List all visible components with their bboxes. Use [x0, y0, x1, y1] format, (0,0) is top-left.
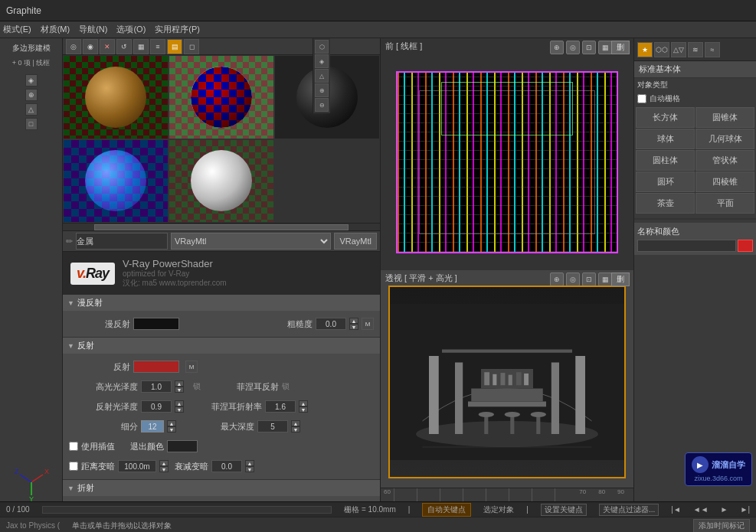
sidebar-icon-1[interactable]: ◈ — [25, 74, 38, 86]
right-tb-1[interactable]: ★ — [637, 42, 653, 57]
mat-name-input[interactable] — [76, 233, 168, 250]
preview-cell-1[interactable] — [63, 55, 169, 139]
menu-mode[interactable]: 模式(E) — [3, 24, 31, 35]
refraction-header[interactable]: ▼ 折射 — [63, 480, 380, 496]
reflect-gloss-spin[interactable]: ▲▼ — [175, 400, 184, 413]
preview-cell-6[interactable] — [274, 139, 380, 224]
diffuse-color[interactable] — [133, 318, 179, 330]
preview-scrollbar[interactable] — [63, 224, 380, 231]
nav-btn-4[interactable]: ▦ — [598, 41, 612, 54]
menu-options[interactable]: 选项(O) — [116, 24, 146, 35]
play-back[interactable]: ◄◄ — [693, 505, 709, 514]
dim-dist-input[interactable] — [118, 460, 156, 472]
nav-btn-bottom-4[interactable]: ▦ — [598, 273, 612, 286]
roughness-input[interactable] — [316, 318, 346, 330]
preview-cell-4[interactable] — [63, 139, 169, 224]
primitive-cone[interactable]: 圆锥体 — [695, 107, 754, 128]
max-depth-input[interactable] — [257, 420, 288, 432]
sidebar-icon-3[interactable]: △ — [25, 103, 38, 116]
auto-grid-check[interactable] — [637, 94, 646, 103]
nav-btn-bottom-1[interactable]: ⊕ — [550, 273, 564, 286]
right-tb-4[interactable]: ≋ — [688, 42, 703, 57]
right-mat-icon-1[interactable]: ⬡ — [315, 40, 329, 54]
preview-cell-2[interactable] — [169, 55, 274, 139]
right-mat-icon-2[interactable]: ◈ — [315, 54, 329, 68]
exit-color-swatch[interactable] — [167, 440, 198, 452]
svg-text:Y: Y — [29, 495, 34, 501]
reflection-header[interactable]: ▼ 反射 — [63, 338, 380, 354]
auto-key-btn[interactable]: 自动关键点 — [422, 503, 471, 517]
primitive-teapot[interactable]: 茶壶 — [636, 193, 695, 214]
reflect-map[interactable]: M — [185, 361, 198, 373]
delete-btn[interactable]: 删 — [611, 41, 630, 54]
mat-tool-options[interactable]: ≡ — [150, 39, 165, 54]
nav-btn-2[interactable]: ◎ — [566, 41, 580, 54]
right-tb-5[interactable]: ≈ — [705, 42, 720, 57]
diffuse-content: 漫反射 粗糙度 ▲▼ M — [63, 311, 380, 337]
fresnel-ior-spin[interactable]: ▲▼ — [299, 400, 308, 413]
roughness-spin[interactable]: ▲▼ — [349, 318, 358, 330]
object-type-row: 对象类型 — [634, 78, 756, 92]
timeline-slider[interactable] — [42, 506, 332, 514]
right-mat-icon-3[interactable]: △ — [315, 69, 329, 83]
primitive-sphere[interactable]: 球体 — [636, 129, 695, 149]
mat-type-btn[interactable]: VRayMtl — [334, 233, 377, 250]
reflect-color[interactable] — [133, 361, 179, 373]
reflect-gloss-input[interactable] — [141, 400, 172, 413]
hilight-input[interactable] — [141, 380, 172, 393]
preview-cell-5[interactable] — [169, 139, 274, 224]
primitive-torus[interactable]: 圆环 — [636, 171, 695, 192]
dim-falloff-spin[interactable]: ▲▼ — [245, 460, 254, 472]
subdiv-spin[interactable]: ▲▼ — [167, 420, 176, 432]
primitive-plane[interactable]: 平面 — [695, 193, 754, 214]
nav-btn-bottom-2[interactable]: ◎ — [566, 273, 580, 286]
right-mat-icon-4[interactable]: ⊕ — [315, 83, 329, 97]
menu-nav[interactable]: 导航(N) — [79, 24, 107, 35]
set-key-btn[interactable]: 设置关键点 — [541, 504, 587, 516]
roughness-map[interactable]: M — [362, 318, 374, 330]
dim-dist-spin[interactable]: ▲▼ — [159, 460, 169, 472]
menu-utilities[interactable]: 实用程序(P) — [155, 24, 200, 35]
viewport-top[interactable]: 前 [ 线框 ] ⊕ ◎ ⊡ ▦ 删 — [381, 38, 633, 270]
primitive-pyramid[interactable]: 四棱锥 — [695, 171, 754, 192]
nav-btn-1[interactable]: ⊕ — [550, 41, 564, 54]
dim-falloff-input[interactable] — [211, 460, 242, 472]
play-next[interactable]: ►| — [741, 505, 751, 514]
object-name-input[interactable] — [637, 240, 736, 252]
viewport-bottom[interactable]: 透视 [ 平滑 + 高光 ] ⊕ ◎ ⊡ ▦ 删 — [381, 270, 633, 501]
mat-tool-last[interactable]: ◻ — [184, 39, 199, 54]
right-tb-3[interactable]: △▽ — [671, 42, 686, 57]
mat-tool-view[interactable]: ▦ — [133, 39, 149, 54]
use-interp-check[interactable] — [69, 442, 78, 451]
play-fwd[interactable]: ► — [721, 505, 728, 514]
max-depth-spin[interactable]: ▲▼ — [291, 420, 300, 432]
key-filter-btn[interactable]: 关键点过滤器... — [599, 504, 659, 516]
sidebar-icon-4[interactable]: □ — [25, 118, 38, 130]
primitive-box[interactable]: 长方体 — [636, 107, 695, 128]
mat-type-select[interactable]: VRayMtl — [171, 233, 331, 250]
material-panel: ◎ ◉ ✕ ↺ ▦ ≡ ▤ ◻ — [63, 38, 381, 501]
hilight-spin[interactable]: ▲▼ — [175, 380, 184, 393]
nav-btn-bottom-3[interactable]: ⊡ — [582, 273, 596, 286]
mat-tool-2[interactable]: ◉ — [83, 39, 98, 54]
menu-material[interactable]: 材质(M) — [41, 24, 70, 35]
diffuse-header[interactable]: ▼ 漫反射 — [63, 295, 380, 311]
color-picker[interactable] — [738, 240, 753, 252]
primitive-geosphere[interactable]: 几何球体 — [695, 129, 754, 149]
sidebar-icon-2[interactable]: ⊕ — [25, 89, 38, 101]
fresnel-ior-input[interactable] — [265, 400, 296, 413]
right-tb-2[interactable]: ⬡⬡ — [654, 42, 669, 57]
play-prev[interactable]: |◄ — [671, 505, 681, 514]
mat-tool-close[interactable]: ✕ — [100, 39, 115, 54]
add-time-marker[interactable]: 添加时间标记 — [693, 519, 750, 533]
dim-dist-check[interactable] — [69, 462, 78, 471]
mat-tool-1[interactable]: ◎ — [66, 39, 81, 54]
delete-btn-bottom[interactable]: 删 — [611, 273, 630, 286]
right-mat-icon-5[interactable]: ⊖ — [315, 98, 329, 112]
mat-tool-reset[interactable]: ↺ — [116, 39, 132, 54]
nav-btn-3[interactable]: ⊡ — [582, 41, 596, 54]
mat-tool-active[interactable]: ▤ — [167, 39, 182, 54]
primitive-cylinder[interactable]: 圆柱体 — [636, 150, 695, 171]
primitive-tube[interactable]: 管状体 — [695, 150, 754, 171]
subdiv-value-box[interactable]: 12 — [141, 420, 164, 432]
